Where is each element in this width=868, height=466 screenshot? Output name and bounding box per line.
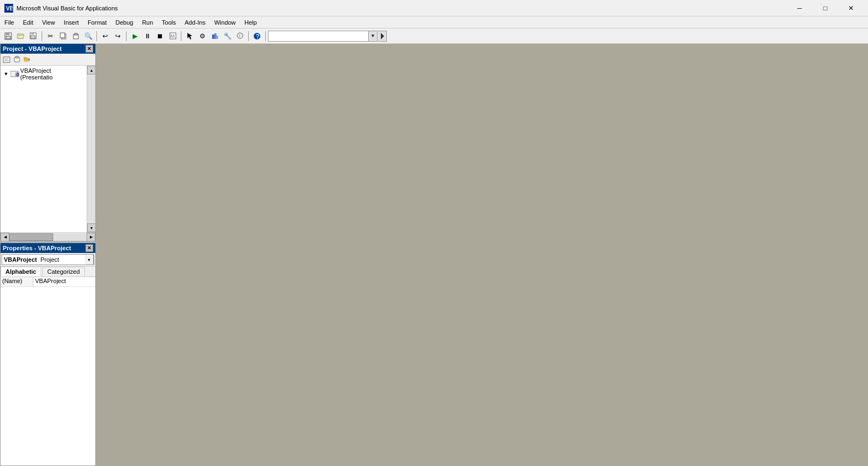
toolbar-run-btn[interactable]: ▶ — [129, 30, 141, 42]
tree-vbaproject-icon: ⚙ — [10, 70, 19, 78]
macro-dropdown-arrow[interactable]: ▼ — [368, 31, 377, 41]
properties-dropdown-value: VBAProject Project — [2, 256, 85, 263]
project-hscrollbar[interactable] — [1, 232, 95, 241]
minimize-button[interactable]: ─ — [787, 3, 812, 14]
project-scroll-htrack — [9, 233, 87, 241]
menu-debug[interactable]: Debug — [111, 16, 138, 28]
menu-addins[interactable]: Add-Ins — [180, 16, 210, 28]
macro-input[interactable] — [269, 33, 368, 39]
svg-text:⚙: ⚙ — [16, 72, 19, 77]
menu-tools[interactable]: Tools — [157, 16, 180, 28]
toolbar-sep-4 — [181, 31, 181, 41]
menu-help[interactable]: Help — [240, 16, 261, 28]
toolbar-sep-6 — [265, 31, 266, 41]
properties-grid: (Name) VBAProject — [1, 277, 95, 465]
main-layout: Project - VBAProject ✕ ▼ — [0, 44, 868, 466]
svg-rect-8 — [31, 36, 35, 38]
properties-dropdown-arrow[interactable] — [85, 254, 94, 265]
toolbar-save-btn[interactable] — [2, 30, 14, 42]
toolbar-gear-btn[interactable]: ⚙ — [196, 30, 208, 42]
toolbar-sep-5 — [248, 31, 249, 41]
properties-panel-close[interactable]: ✕ — [85, 244, 93, 252]
project-scroll-left[interactable] — [1, 233, 9, 241]
menu-bar: File Edit View Insert Format Debug Run T… — [0, 16, 868, 28]
macro-combo-container: ▼ — [268, 31, 378, 42]
svg-rect-3 — [6, 33, 9, 35]
right-canvas — [96, 44, 868, 466]
properties-dropdown-row: VBAProject Project — [1, 253, 95, 267]
svg-marker-15 — [187, 33, 192, 39]
prop-row-name: (Name) VBAProject — [1, 277, 95, 287]
tab-categorized[interactable]: Categorized — [42, 267, 84, 277]
toolbar-sep-2 — [96, 31, 97, 41]
menu-run[interactable]: Run — [138, 16, 157, 28]
toolbar-redo-btn[interactable]: ↪ — [112, 30, 124, 42]
svg-rect-29 — [15, 56, 19, 58]
tree-toggle-icon[interactable]: ▼ — [3, 71, 9, 77]
menu-edit[interactable]: Edit — [19, 16, 38, 28]
close-button[interactable]: ✕ — [838, 3, 864, 14]
toolbar-cut-btn[interactable]: ✂ — [44, 30, 56, 42]
run-macro-btn[interactable] — [378, 31, 387, 42]
svg-text:M: M — [170, 33, 175, 39]
toolbar-ref-btn[interactable]: ! — [234, 30, 246, 42]
toolbar-stop-btn[interactable]: ⏹ — [154, 30, 166, 42]
menu-file[interactable]: File — [0, 16, 19, 28]
toolbar-pause-btn[interactable]: ⏸ — [141, 30, 153, 42]
toolbar-help-btn[interactable]: ? — [251, 30, 263, 42]
toolbar-copy-btn[interactable] — [57, 30, 69, 42]
project-panel-titlebar: Project - VBAProject ✕ — [1, 44, 95, 54]
project-scroll-right[interactable] — [87, 233, 95, 241]
properties-dropdown-container: VBAProject Project — [2, 254, 94, 265]
project-panel-title: Project - VBAProject — [3, 45, 85, 52]
prop-value-field[interactable]: VBAProject — [33, 277, 95, 286]
toolbar-find-btn[interactable]: 🔍 — [82, 30, 94, 42]
toolbar-wrench-btn[interactable]: 🔧 — [221, 30, 233, 42]
project-view-code-btn[interactable] — [2, 55, 12, 65]
project-view-object-btn[interactable] — [12, 55, 22, 65]
maximize-button[interactable]: □ — [813, 3, 838, 14]
svg-rect-17 — [214, 33, 216, 39]
menu-view[interactable]: View — [38, 16, 60, 28]
title-bar: VB Microsoft Visual Basic for Applicatio… — [0, 0, 868, 16]
menu-insert[interactable]: Insert — [59, 16, 83, 28]
toolbar-sep-1 — [42, 31, 42, 41]
svg-text:?: ? — [256, 33, 259, 39]
project-scroll-down[interactable] — [87, 223, 96, 232]
project-panel: Project - VBAProject ✕ ▼ — [0, 44, 96, 241]
menu-window[interactable]: Window — [210, 16, 240, 28]
svg-rect-12 — [75, 33, 77, 35]
toolbar-cursor-btn[interactable] — [184, 30, 196, 42]
toolbar-sep-3 — [126, 31, 127, 41]
properties-panel-title: Properties - VBAProject — [3, 245, 85, 251]
toolbar-chart-btn[interactable] — [209, 30, 221, 42]
project-tree-area: ▼ ⚙ VBAProject (Presentatio — [1, 66, 95, 232]
app-icon: VB — [4, 4, 13, 13]
project-toolbar — [1, 54, 95, 66]
toolbar-open-btn[interactable] — [15, 30, 27, 42]
project-panel-close[interactable]: ✕ — [85, 45, 93, 53]
project-toggle-btn[interactable] — [22, 55, 32, 65]
properties-panel: Properties - VBAProject ✕ VBAProject Pro… — [0, 243, 96, 466]
toolbar-undo-btn[interactable]: ↩ — [99, 30, 111, 42]
svg-rect-16 — [212, 34, 214, 39]
toolbar-paste-btn[interactable] — [70, 30, 82, 42]
project-scroll-up[interactable] — [87, 66, 96, 74]
project-scroll-hthumb[interactable] — [9, 233, 53, 241]
toolbar-save2-btn[interactable] — [27, 30, 39, 42]
toolbar-design-btn[interactable]: M — [167, 30, 179, 42]
window-title: Microsoft Visual Basic for Applications — [16, 5, 787, 11]
svg-rect-10 — [60, 33, 65, 38]
menu-format[interactable]: Format — [83, 16, 111, 28]
project-vscrollbar[interactable] — [87, 66, 95, 232]
toolbar: ✂ 🔍 ↩ ↪ ▶ ⏸ ⏹ M ⚙ 🔧 ! ? ▼ — [0, 28, 868, 44]
project-scroll-track — [87, 74, 95, 223]
window-controls: ─ □ ✕ — [787, 3, 864, 14]
svg-rect-7 — [31, 33, 34, 34]
tree-item-vbaproject[interactable]: ▼ ⚙ VBAProject (Presentatio — [2, 67, 85, 81]
project-tree[interactable]: ▼ ⚙ VBAProject (Presentatio — [1, 66, 87, 186]
tree-vbaproject-label: VBAProject (Presentatio — [20, 67, 84, 80]
properties-panel-titlebar: Properties - VBAProject ✕ — [1, 243, 95, 253]
svg-text:VB: VB — [6, 5, 13, 11]
tab-alphabetic[interactable]: Alphabetic — [1, 267, 41, 277]
